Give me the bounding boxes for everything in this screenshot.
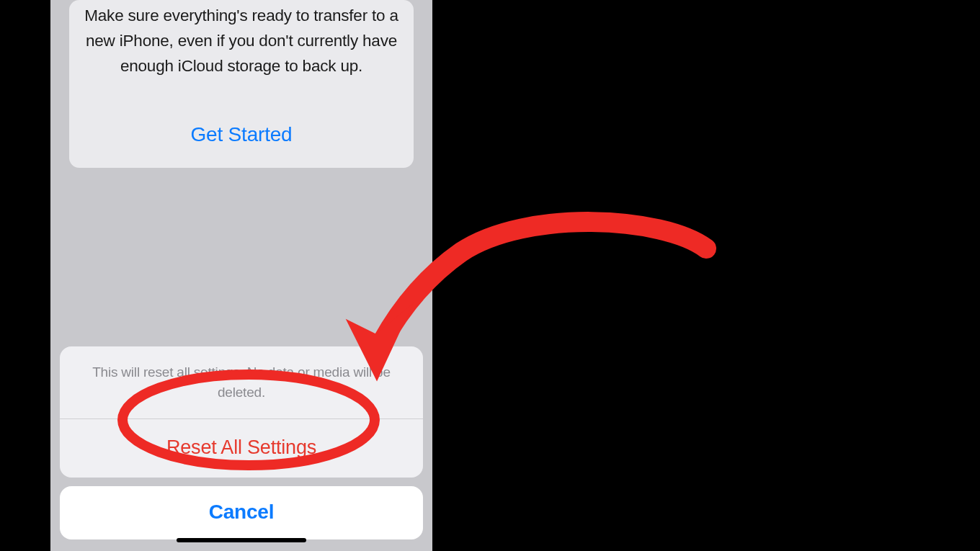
home-indicator[interactable] <box>177 538 306 542</box>
get-started-button[interactable]: Get Started <box>84 123 399 146</box>
prepare-transfer-description: Make sure everything's ready to transfer… <box>84 0 399 79</box>
action-sheet-panel: This will reset all settings. No data or… <box>60 346 423 478</box>
action-sheet: This will reset all settings. No data or… <box>50 346 432 551</box>
prepare-transfer-card: Make sure everything's ready to transfer… <box>69 0 414 168</box>
action-sheet-message: This will reset all settings. No data or… <box>60 346 423 418</box>
iphone-settings-screen: Make sure everything's ready to transfer… <box>50 0 432 551</box>
cancel-button[interactable]: Cancel <box>60 486 423 539</box>
reset-all-settings-button[interactable]: Reset All Settings <box>60 419 423 478</box>
